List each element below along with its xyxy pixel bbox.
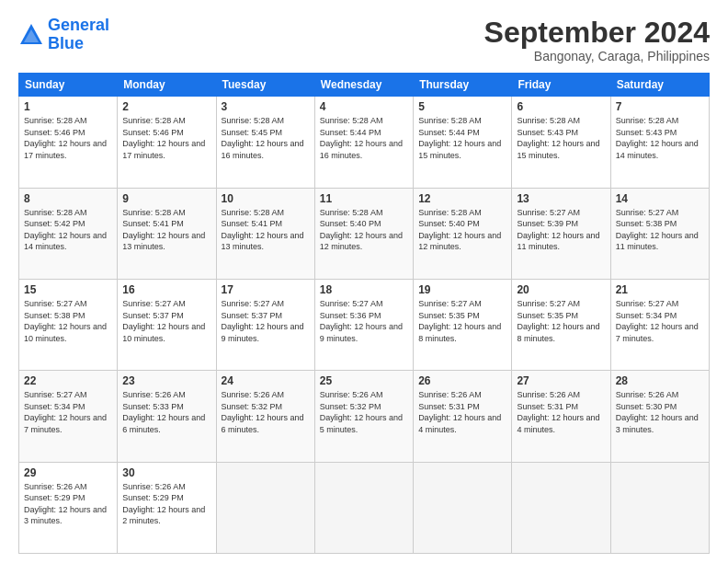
day-info: Sunrise: 5:26 AMSunset: 5:31 PMDaylight:…	[517, 389, 605, 435]
day-info: Sunrise: 5:26 AMSunset: 5:33 PMDaylight:…	[122, 389, 210, 435]
calendar-header-row: Sunday Monday Tuesday Wednesday Thursday…	[19, 74, 710, 97]
calendar-table: Sunday Monday Tuesday Wednesday Thursday…	[18, 73, 710, 554]
day-info: Sunrise: 5:27 AMSunset: 5:38 PMDaylight:…	[616, 207, 704, 253]
day-number: 25	[320, 374, 408, 387]
header: General Blue September 2024 Bangonay, Ca…	[18, 17, 710, 63]
day-number: 21	[616, 283, 704, 296]
col-tuesday: Tuesday	[216, 74, 314, 97]
table-row: 4Sunrise: 5:28 AMSunset: 5:44 PMDaylight…	[314, 97, 413, 188]
day-number: 5	[418, 100, 506, 113]
logo-icon	[18, 22, 44, 48]
day-number: 16	[122, 283, 210, 296]
table-row: 9Sunrise: 5:28 AMSunset: 5:41 PMDaylight…	[118, 188, 216, 279]
table-row: 11Sunrise: 5:28 AMSunset: 5:40 PMDayligh…	[314, 188, 413, 279]
day-info: Sunrise: 5:28 AMSunset: 5:42 PMDaylight:…	[24, 207, 112, 253]
day-info: Sunrise: 5:26 AMSunset: 5:29 PMDaylight:…	[24, 481, 112, 527]
day-number: 26	[418, 374, 506, 387]
day-info: Sunrise: 5:28 AMSunset: 5:43 PMDaylight:…	[616, 115, 704, 161]
day-number: 24	[222, 374, 310, 387]
logo: General Blue	[18, 17, 109, 53]
table-row: 7Sunrise: 5:28 AMSunset: 5:43 PMDaylight…	[610, 97, 709, 188]
day-number: 22	[24, 374, 112, 387]
day-info: Sunrise: 5:27 AMSunset: 5:36 PMDaylight:…	[320, 298, 408, 344]
day-number: 17	[222, 283, 310, 296]
table-row: 22Sunrise: 5:27 AMSunset: 5:34 PMDayligh…	[19, 371, 118, 462]
day-info: Sunrise: 5:26 AMSunset: 5:31 PMDaylight:…	[418, 389, 506, 435]
table-row: 24Sunrise: 5:26 AMSunset: 5:32 PMDayligh…	[216, 371, 314, 462]
day-number: 27	[517, 374, 605, 387]
logo-text: General Blue	[48, 17, 109, 53]
day-number: 14	[616, 192, 704, 205]
logo-general: General	[48, 16, 109, 34]
day-info: Sunrise: 5:26 AMSunset: 5:32 PMDaylight:…	[320, 389, 408, 435]
day-number: 20	[517, 283, 605, 296]
table-row: 18Sunrise: 5:27 AMSunset: 5:36 PMDayligh…	[314, 279, 413, 370]
day-info: Sunrise: 5:27 AMSunset: 5:34 PMDaylight:…	[24, 389, 112, 435]
day-number: 12	[418, 192, 506, 205]
calendar-week-row: 1Sunrise: 5:28 AMSunset: 5:46 PMDaylight…	[19, 97, 710, 188]
day-info: Sunrise: 5:28 AMSunset: 5:44 PMDaylight:…	[418, 115, 506, 161]
col-monday: Monday	[118, 74, 216, 97]
day-info: Sunrise: 5:28 AMSunset: 5:41 PMDaylight:…	[122, 207, 210, 253]
day-number: 29	[24, 466, 112, 479]
table-row: 23Sunrise: 5:26 AMSunset: 5:33 PMDayligh…	[118, 371, 216, 462]
day-info: Sunrise: 5:26 AMSunset: 5:30 PMDaylight:…	[616, 389, 704, 435]
table-row	[610, 462, 709, 553]
table-row: 21Sunrise: 5:27 AMSunset: 5:34 PMDayligh…	[610, 279, 709, 370]
day-number: 11	[320, 192, 408, 205]
day-info: Sunrise: 5:27 AMSunset: 5:35 PMDaylight:…	[517, 298, 605, 344]
table-row: 13Sunrise: 5:27 AMSunset: 5:39 PMDayligh…	[512, 188, 610, 279]
day-info: Sunrise: 5:26 AMSunset: 5:29 PMDaylight:…	[122, 481, 210, 527]
col-thursday: Thursday	[414, 74, 512, 97]
col-friday: Friday	[512, 74, 610, 97]
day-info: Sunrise: 5:26 AMSunset: 5:32 PMDaylight:…	[222, 389, 310, 435]
day-number: 30	[122, 466, 210, 479]
day-number: 9	[122, 192, 210, 205]
day-info: Sunrise: 5:28 AMSunset: 5:41 PMDaylight:…	[222, 207, 310, 253]
day-number: 18	[320, 283, 408, 296]
table-row: 15Sunrise: 5:27 AMSunset: 5:38 PMDayligh…	[19, 279, 118, 370]
calendar-week-row: 29Sunrise: 5:26 AMSunset: 5:29 PMDayligh…	[19, 462, 710, 553]
day-number: 13	[517, 192, 605, 205]
calendar-week-row: 15Sunrise: 5:27 AMSunset: 5:38 PMDayligh…	[19, 279, 710, 370]
table-row: 12Sunrise: 5:28 AMSunset: 5:40 PMDayligh…	[414, 188, 512, 279]
col-wednesday: Wednesday	[314, 74, 413, 97]
table-row: 5Sunrise: 5:28 AMSunset: 5:44 PMDaylight…	[414, 97, 512, 188]
table-row: 6Sunrise: 5:28 AMSunset: 5:43 PMDaylight…	[512, 97, 610, 188]
day-number: 4	[320, 100, 408, 113]
table-row: 26Sunrise: 5:26 AMSunset: 5:31 PMDayligh…	[414, 371, 512, 462]
day-number: 28	[616, 374, 704, 387]
day-info: Sunrise: 5:27 AMSunset: 5:37 PMDaylight:…	[222, 298, 310, 344]
table-row: 1Sunrise: 5:28 AMSunset: 5:46 PMDaylight…	[19, 97, 118, 188]
table-row: 16Sunrise: 5:27 AMSunset: 5:37 PMDayligh…	[118, 279, 216, 370]
table-row: 14Sunrise: 5:27 AMSunset: 5:38 PMDayligh…	[610, 188, 709, 279]
table-row	[314, 462, 413, 553]
day-number: 3	[222, 100, 310, 113]
location: Bangonay, Caraga, Philippines	[484, 49, 710, 63]
day-number: 1	[24, 100, 112, 113]
day-info: Sunrise: 5:28 AMSunset: 5:40 PMDaylight:…	[418, 207, 506, 253]
day-number: 10	[222, 192, 310, 205]
day-number: 2	[122, 100, 210, 113]
table-row	[216, 462, 314, 553]
table-row: 30Sunrise: 5:26 AMSunset: 5:29 PMDayligh…	[118, 462, 216, 553]
day-number: 19	[418, 283, 506, 296]
table-row: 29Sunrise: 5:26 AMSunset: 5:29 PMDayligh…	[19, 462, 118, 553]
table-row: 3Sunrise: 5:28 AMSunset: 5:45 PMDaylight…	[216, 97, 314, 188]
col-sunday: Sunday	[19, 74, 118, 97]
day-info: Sunrise: 5:28 AMSunset: 5:44 PMDaylight:…	[320, 115, 408, 161]
logo-blue: Blue	[48, 34, 84, 52]
table-row: 2Sunrise: 5:28 AMSunset: 5:46 PMDaylight…	[118, 97, 216, 188]
col-saturday: Saturday	[610, 74, 709, 97]
day-number: 15	[24, 283, 112, 296]
day-info: Sunrise: 5:28 AMSunset: 5:45 PMDaylight:…	[222, 115, 310, 161]
day-number: 7	[616, 100, 704, 113]
day-info: Sunrise: 5:27 AMSunset: 5:35 PMDaylight:…	[418, 298, 506, 344]
month-title: September 2024	[484, 17, 710, 49]
day-info: Sunrise: 5:28 AMSunset: 5:46 PMDaylight:…	[24, 115, 112, 161]
table-row: 8Sunrise: 5:28 AMSunset: 5:42 PMDaylight…	[19, 188, 118, 279]
table-row: 27Sunrise: 5:26 AMSunset: 5:31 PMDayligh…	[512, 371, 610, 462]
day-info: Sunrise: 5:27 AMSunset: 5:38 PMDaylight:…	[24, 298, 112, 344]
calendar-week-row: 8Sunrise: 5:28 AMSunset: 5:42 PMDaylight…	[19, 188, 710, 279]
table-row: 10Sunrise: 5:28 AMSunset: 5:41 PMDayligh…	[216, 188, 314, 279]
